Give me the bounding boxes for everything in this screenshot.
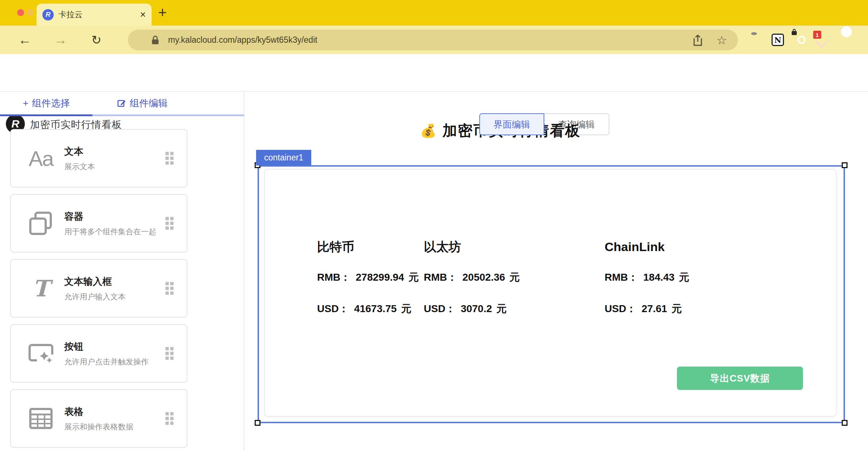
- close-tab-icon[interactable]: ×: [140, 10, 146, 20]
- component-desc: 展示文本: [64, 162, 95, 172]
- coin-column-bitcoin: 比特币 RMB：278299.94元 USD：41673.75元: [317, 238, 419, 333]
- component-desc: 允许用户输入文本: [64, 292, 126, 302]
- component-card-container[interactable]: 容器 用于将多个组件集合在一起: [10, 194, 187, 253]
- component-desc: 允许用户点击并触发操作: [64, 357, 149, 367]
- coin-rmb-price: RMB：20502.36元: [424, 270, 520, 284]
- url-text[interactable]: my.kalacloud.com/apps/ky5wt65k3y/edit: [168, 35, 317, 45]
- component-title: 表格: [64, 405, 133, 418]
- plus-icon: +: [23, 98, 28, 109]
- onepassword-ring: [797, 36, 806, 44]
- reload-icon[interactable]: ↻: [91, 26, 102, 54]
- active-tab-underline: [0, 114, 92, 116]
- back-icon[interactable]: ←: [18, 26, 31, 54]
- drag-handle-icon[interactable]: [165, 347, 174, 360]
- coin-name: ChainLink: [605, 238, 689, 255]
- coin-column-chainlink: ChainLink RMB：184.43元 USD：27.61元: [605, 238, 689, 333]
- coin-name: 以太坊: [424, 238, 520, 255]
- money-bag-emoji-icon: 💰: [420, 123, 437, 139]
- component-card-table[interactable]: 表格 展示和操作表格数据: [10, 389, 187, 448]
- tab-component-select-label: 组件选择: [32, 97, 70, 110]
- component-card-button[interactable]: 按钮 允许用户点击并触发操作: [10, 324, 187, 383]
- coin-name: 比特币: [317, 238, 419, 255]
- forward-icon[interactable]: →: [54, 26, 67, 54]
- drag-handle-icon[interactable]: [165, 217, 174, 230]
- coin-column-ethereum: 以太坊 RMB：20502.36元 USD：3070.2元: [424, 238, 520, 333]
- drag-handle-icon[interactable]: [165, 282, 174, 295]
- coin-usd-price: USD：27.61元: [605, 302, 689, 316]
- text-component-icon: Aa: [29, 146, 53, 171]
- edit-pencil-icon: [117, 99, 126, 108]
- resize-handle-top-right[interactable]: [842, 162, 848, 168]
- share-icon[interactable]: [693, 34, 703, 46]
- component-card-text[interactable]: Aa 文本 展示文本: [10, 129, 187, 187]
- export-csv-button[interactable]: 导出CSV数据: [677, 367, 803, 390]
- sidebar-tabs: + 组件选择 组件编辑: [0, 92, 244, 116]
- resize-handle-bottom-right[interactable]: [842, 420, 848, 426]
- drag-handle-icon[interactable]: [165, 152, 174, 165]
- component-title: 按钮: [64, 340, 149, 353]
- address-bar-actions: ☆: [693, 34, 727, 46]
- tab-title: 卡拉云: [58, 9, 83, 20]
- tab-interface-edit[interactable]: 界面编辑: [479, 113, 544, 135]
- component-desc: 用于将多个组件集合在一起: [64, 227, 156, 237]
- coin-rmb-price: RMB：278299.94元: [317, 270, 419, 284]
- resize-handle-bottom-left[interactable]: [255, 420, 260, 426]
- app-header: R 加密币实时行情看板 界面编辑 查询编辑: [0, 54, 868, 92]
- browser-window: R 卡拉云 × + ← → ↻ my.kalacloud.com/apps/ky…: [0, 0, 868, 451]
- inactive-tab-underline: [92, 114, 244, 116]
- onepassword-lock-icon: [792, 31, 797, 35]
- coin-usd-price: USD：41673.75元: [317, 302, 419, 316]
- component-title: 文本: [64, 145, 95, 158]
- table-component-icon: [21, 408, 61, 429]
- text-input-component-icon: T: [33, 275, 49, 302]
- coin-usd-price: USD：3070.2元: [424, 302, 520, 316]
- close-window-button[interactable]: [17, 9, 24, 16]
- tab-component-select[interactable]: + 组件选择: [23, 97, 70, 110]
- tab-component-edit[interactable]: 组件编辑: [117, 97, 168, 110]
- button-component-icon: [21, 344, 61, 363]
- coin-rmb-price: RMB：184.43元: [605, 270, 689, 284]
- sidebar-divider: [244, 92, 244, 451]
- mail-badge: 1: [812, 30, 822, 39]
- browser-titlebar: R 卡拉云 × +: [0, 0, 868, 26]
- lock-icon: [151, 35, 159, 45]
- browser-toolbar: ← → ↻ my.kalacloud.com/apps/ky5wt65k3y/e…: [0, 26, 868, 54]
- new-tab-button[interactable]: +: [158, 4, 167, 21]
- component-title: 容器: [64, 210, 156, 223]
- container-component-icon: [21, 211, 61, 235]
- kalacloud-favicon-icon: R: [42, 9, 54, 20]
- address-bar[interactable]: my.kalacloud.com/apps/ky5wt65k3y/edit ☆: [128, 30, 738, 50]
- component-title: 文本输入框: [64, 275, 126, 288]
- container-name-label[interactable]: container1: [256, 150, 311, 166]
- bookmark-star-icon[interactable]: ☆: [716, 34, 727, 46]
- tab-component-edit-label: 组件编辑: [130, 97, 168, 110]
- component-card-text-input[interactable]: T 文本输入框 允许用户输入文本: [10, 259, 187, 318]
- browser-tab[interactable]: R 卡拉云 ×: [37, 4, 152, 26]
- minimize-window-button[interactable]: [27, 9, 34, 16]
- notion-extension-icon[interactable]: N: [772, 34, 784, 46]
- component-desc: 展示和操作表格数据: [64, 422, 133, 432]
- drag-handle-icon[interactable]: [165, 412, 174, 425]
- component-list: Aa 文本 展示文本 容器 用于将多个组件集合在一起 T: [10, 129, 187, 448]
